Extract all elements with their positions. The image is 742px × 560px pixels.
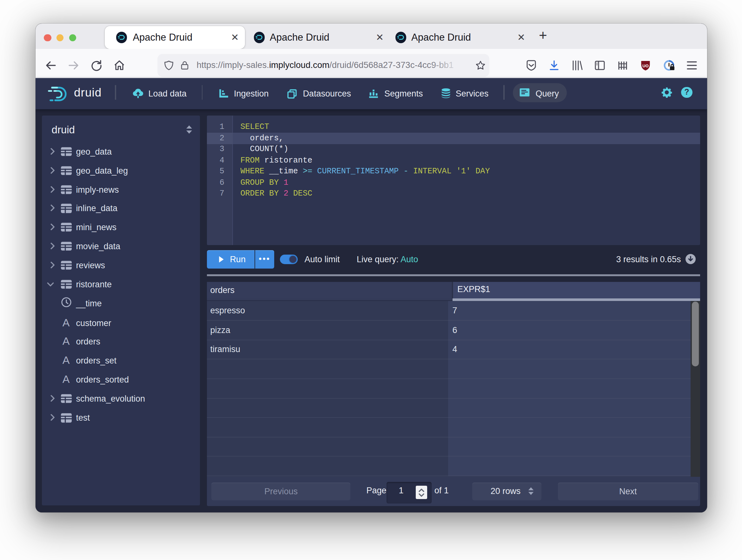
svg-text:UO: UO	[642, 63, 649, 68]
